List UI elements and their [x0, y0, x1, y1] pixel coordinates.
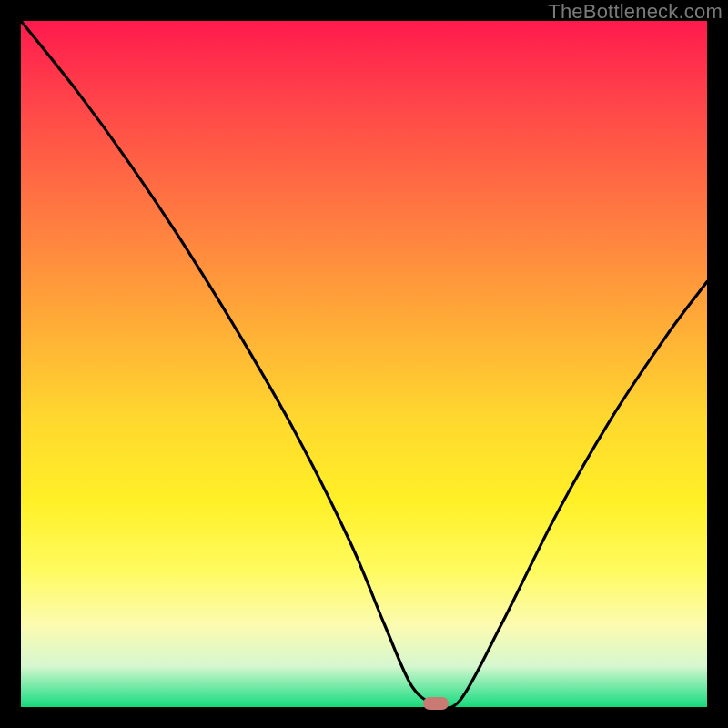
- chart-frame: TheBottleneck.com: [0, 0, 728, 728]
- curve-svg: [21, 21, 707, 707]
- bottleneck-curve: [21, 21, 707, 707]
- optimal-marker: [423, 697, 449, 710]
- plot-area: [21, 21, 707, 707]
